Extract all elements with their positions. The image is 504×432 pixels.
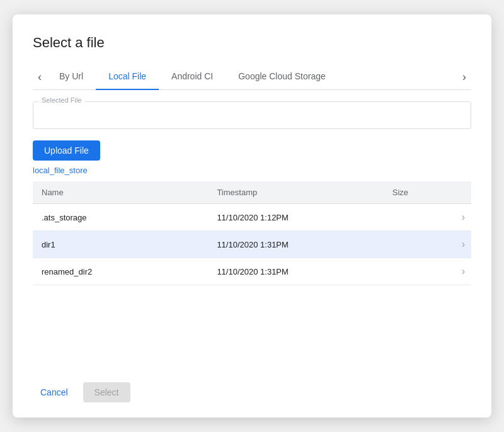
file-table: Name Timestamp Size .ats_storage11/10/20… xyxy=(33,181,471,285)
file-name: dir1 xyxy=(33,231,208,258)
file-name: renamed_dir2 xyxy=(33,258,208,285)
chevron-icon: › xyxy=(449,204,471,231)
tabs-container: ‹ By Url Local File Android CI Google Cl… xyxy=(33,64,471,90)
select-file-dialog: Select a file ‹ By Url Local File Androi… xyxy=(13,14,491,418)
file-name: .ats_storage xyxy=(33,204,208,231)
file-size xyxy=(384,258,449,285)
file-timestamp: 11/10/2020 1:12PM xyxy=(208,204,383,231)
col-header-timestamp: Timestamp xyxy=(208,181,383,204)
col-header-size: Size xyxy=(384,181,449,204)
tabs: By Url Local File Android CI Google Clou… xyxy=(47,64,457,89)
tab-next-arrow[interactable]: › xyxy=(457,69,471,85)
table-row[interactable]: dir111/10/2020 1:31PM› xyxy=(33,231,471,258)
tab-local-file[interactable]: Local File xyxy=(96,64,159,90)
tab-by-url[interactable]: By Url xyxy=(47,64,96,90)
file-size xyxy=(384,204,449,231)
dialog-title: Select a file xyxy=(33,35,471,51)
local-file-store-link[interactable]: local_file_store xyxy=(33,166,471,175)
chevron-icon: › xyxy=(449,231,471,258)
table-header-row: Name Timestamp Size xyxy=(33,181,471,204)
tab-google-cloud-storage[interactable]: Google Cloud Storage xyxy=(226,64,338,90)
upload-file-button[interactable]: Upload File xyxy=(33,140,100,161)
cancel-button[interactable]: Cancel xyxy=(33,382,76,402)
file-size xyxy=(384,231,449,258)
table-row[interactable]: .ats_storage11/10/2020 1:12PM› xyxy=(33,204,471,231)
col-header-chevron xyxy=(449,181,471,204)
file-timestamp: 11/10/2020 1:31PM xyxy=(208,258,383,285)
tab-android-ci[interactable]: Android CI xyxy=(159,64,226,90)
selected-file-label: Selected File xyxy=(39,96,84,104)
table-row[interactable]: renamed_dir211/10/2020 1:31PM› xyxy=(33,258,471,285)
chevron-icon: › xyxy=(449,258,471,285)
selected-file-wrapper: Selected File xyxy=(33,101,471,129)
col-header-name: Name xyxy=(33,181,208,204)
file-table-body: .ats_storage11/10/2020 1:12PM›dir111/10/… xyxy=(33,204,471,285)
file-timestamp: 11/10/2020 1:31PM xyxy=(208,231,383,258)
selected-file-input[interactable] xyxy=(33,101,471,129)
dialog-footer: Cancel Select xyxy=(33,372,471,402)
select-button[interactable]: Select xyxy=(83,382,130,402)
tab-prev-arrow[interactable]: ‹ xyxy=(33,69,47,85)
upload-section: Upload File xyxy=(33,140,471,166)
